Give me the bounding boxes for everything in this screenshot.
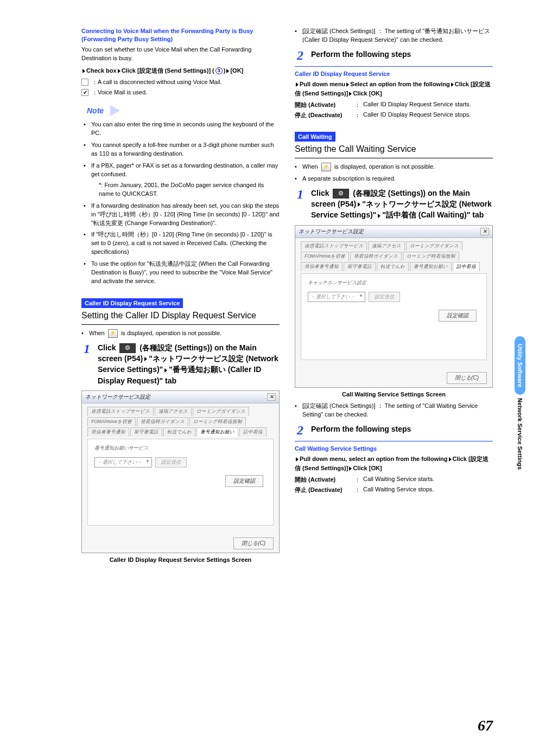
b1: Pull down menu, select an option from th… — [300, 456, 448, 462]
step-number: 2 — [295, 49, 306, 62]
divider — [295, 66, 493, 67]
page: Connecting to Voice Mail when the Forwar… — [0, 0, 558, 589]
desc: Call Waiting Service stops. — [363, 486, 434, 494]
step-1: 1 Click ⚙ (各種設定 (Settings)) on the Main … — [81, 342, 280, 386]
desc: Caller ID Display Request Service starts… — [363, 101, 471, 109]
s-d: "話中着信 (Call Waiting)" tab — [382, 210, 484, 219]
tab[interactable]: 発信者番号通知 — [301, 262, 343, 271]
tab[interactable]: 遠隔アクセス — [368, 241, 405, 251]
tab[interactable]: ローミング時着信規制 — [189, 417, 246, 426]
check-settings-button[interactable]: 設定確認 — [225, 475, 263, 487]
note-item: •To use the option for "転送先通話中設定 (When t… — [84, 260, 280, 286]
cb-text-0: ：A call is disconnected without using Vo… — [92, 78, 222, 86]
note-text: If a PBX, pager* or FAX is set as a forw… — [91, 162, 280, 179]
term: 停止 (Deactivate) — [295, 111, 354, 119]
arrow-icon — [296, 82, 299, 87]
step-text: Click ⚙ (各種設定 (Settings)) on the Main sc… — [98, 342, 280, 386]
footer-row: 閉じる(C) — [233, 537, 274, 549]
arrow-icon — [449, 457, 452, 462]
pulldown-action-2: Pull down menu, select an option from th… — [295, 454, 493, 472]
forwarding-busy-heading: Connecting to Voice Mail when the Forwar… — [81, 27, 280, 44]
section-tag: Caller ID Display Request Service — [81, 298, 183, 308]
act-b: Click [設定送信 (Send Settings)] ( — [122, 67, 214, 74]
panel: 番号通知お願いサービス -- 選択して下さい -- 設定送信 設定確認 — [87, 439, 274, 526]
screenshot-caption: Call Waiting Service Settings Screen — [295, 391, 493, 398]
close-button[interactable]: 閉じる(C) — [233, 537, 274, 549]
check-row: 設定確認 — [308, 310, 480, 322]
tab[interactable]: 迷惑電話ストップサービス — [301, 241, 367, 251]
arrow-icon — [296, 457, 299, 462]
checkbox-checked-row: ✔ ：Voice Mail is used. — [81, 88, 280, 97]
tab[interactable]: 留守番電話 — [130, 427, 162, 437]
arrow-icon — [451, 82, 454, 87]
subscription-note: •A separate subscription is required. — [295, 175, 493, 183]
settings-gear-icon: ⚙ — [119, 343, 136, 353]
tab[interactable]: FOMA/movaを切替 — [87, 417, 136, 426]
heading-part-a: Connecting to Voice Mail when the Forwar… — [81, 28, 253, 34]
tab[interactable]: FOMA/movaを切替 — [301, 252, 349, 261]
note-subtext: *: From January, 2001, the DoCoMo pager … — [84, 181, 280, 198]
note-text: To use the option for "転送先通話中設定 (When th… — [91, 260, 280, 286]
tab[interactable]: 迷惑電話ストップサービス — [87, 407, 154, 416]
st-a: Click — [98, 343, 116, 352]
divider — [295, 441, 493, 441]
tab-active[interactable]: 話中着信 — [453, 262, 480, 271]
note-list: •You can also enter the ring time in sec… — [81, 120, 280, 286]
step-2b: 2 Perform the following steps — [295, 424, 493, 437]
when-text: When ⚡ is displayed, operation is not po… — [302, 163, 435, 171]
w-a: When — [302, 163, 318, 170]
panel: キャッチホンサービス設定 -- 選択して下さい -- 設定送信 設定確認 — [301, 273, 487, 360]
tab[interactable]: 転送でんわ — [377, 262, 409, 271]
desc: Caller ID Display Request Service stops. — [363, 111, 471, 119]
subsection-heading: Call Waiting Service Settings — [295, 445, 493, 453]
tab-active[interactable]: 番号通知お願い — [196, 427, 238, 437]
side-section-label: Network Service Settings — [517, 398, 523, 470]
side-tab: Utility Software Network Service Setting… — [515, 336, 525, 470]
screenshot-caption: Caller ID Display Request Service Settin… — [81, 556, 280, 563]
checkbox-action: Check boxClick [設定送信 (Send Settings)] (3… — [81, 66, 280, 75]
step-text: Perform the following steps — [311, 49, 493, 60]
note-text: You can also enter the ring time in seco… — [91, 120, 280, 138]
close-icon[interactable]: ✕ — [267, 393, 276, 401]
pulldown-action: Pull down menuSelect an option from the … — [295, 80, 493, 98]
tab[interactable]: 発着信時ガイダンス — [137, 417, 188, 426]
section-tag: Call Waiting — [295, 132, 335, 142]
tab[interactable]: 留守番電話 — [344, 262, 376, 271]
tab[interactable]: 転送でんわ — [163, 427, 195, 437]
control-row: -- 選択して下さい -- 設定送信 — [308, 292, 480, 302]
when-a: When — [89, 330, 105, 336]
term: 開始 (Activate) — [295, 476, 354, 484]
send-settings-button[interactable]: 設定送信 — [369, 292, 400, 302]
send-settings-button[interactable]: 設定送信 — [155, 457, 187, 467]
option-select[interactable]: -- 選択して下さい -- — [94, 457, 152, 467]
act-a: Check box — [86, 67, 117, 74]
arrow-icon — [349, 466, 352, 471]
checkbox-unchecked-icon — [81, 79, 88, 86]
close-button[interactable]: 閉じる(C) — [447, 372, 487, 384]
page-number: 67 — [478, 717, 493, 734]
tab[interactable]: 発着信時ガイダンス — [350, 252, 402, 261]
tab[interactable]: 遠隔アクセス — [155, 407, 192, 416]
note-item: •If a forwarding destination has already… — [84, 202, 280, 228]
caller-id-section: Caller ID Display Request Service Settin… — [81, 298, 280, 563]
tab[interactable]: 番号通知お願い — [410, 262, 452, 271]
call-waiting-settings-screenshot: ネットワークサービス設定 ✕ 迷惑電話ストップサービス 遠隔アクセス ローミング… — [295, 225, 493, 388]
caller-id-settings-screenshot: ネットワークサービス設定 ✕ 迷惑電話ストップサービス 遠隔アクセス ローミング… — [81, 390, 280, 553]
tab[interactable]: ローミング時着信規制 — [403, 252, 459, 261]
note-item: •If a PBX, pager* or FAX is set as a for… — [84, 162, 280, 179]
check-settings-button[interactable]: 設定確認 — [439, 310, 477, 322]
arrow-icon — [358, 202, 360, 207]
note-item: •If "呼び出し時間（秒）[0 - 120] (Ring Time (in s… — [84, 230, 280, 257]
tab[interactable]: 発信者番号通知 — [87, 427, 129, 437]
arrow-icon — [378, 214, 381, 218]
a4: Click [OK] — [353, 90, 382, 97]
tab[interactable]: 話中着信 — [239, 427, 267, 437]
intro-text: You can set whether to use Voice Mail wh… — [81, 46, 280, 63]
tab[interactable]: ローミングガイダンス — [406, 241, 462, 251]
step-number: 1 — [81, 342, 92, 355]
option-select[interactable]: -- 選択して下さい -- — [308, 292, 365, 302]
close-icon[interactable]: ✕ — [480, 228, 489, 235]
arrow-icon — [144, 357, 147, 361]
tab[interactable]: ローミングガイダンス — [193, 407, 249, 416]
note-text: If a forwarding destination has already … — [91, 202, 280, 228]
